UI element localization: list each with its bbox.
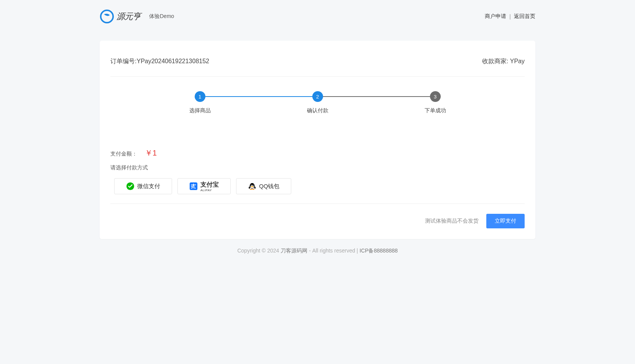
method-label: 请选择付款方式 [110,164,525,171]
alipay-text-group: 支付宝 ALIPAY [200,181,219,192]
alipay-sub: ALIPAY [200,189,212,192]
amount-label: 支付金额： [110,151,137,157]
svg-point-12 [250,189,252,190]
qq-label: QQ钱包 [259,183,279,190]
payment-card: 订单编号:YPay20240619221308152 收款商家: YPay 1 … [100,41,535,239]
step-label-1: 选择商品 [189,107,211,114]
step-line-2 [318,96,435,97]
footer: Copyright © 2024 刀客源码网 - All rights rese… [0,239,635,263]
svg-point-10 [249,187,250,189]
svg-point-11 [254,187,256,189]
step-circle-1: 1 [195,91,205,102]
svg-point-8 [253,185,253,185]
svg-point-13 [253,189,254,190]
merchant-label: 收款商家: [482,58,508,64]
demo-label: 体验Demo [149,13,174,20]
icp-link[interactable]: ICP备88888888 [359,248,398,254]
amount-row: 支付金额： ￥1 [110,148,525,158]
logo[interactable]: 源元亨 [100,9,141,24]
order-info-row: 订单编号:YPay20240619221308152 收款商家: YPay [110,57,525,66]
merchant-apply-link[interactable]: 商户申请 [485,13,506,20]
svg-point-0 [101,10,113,23]
pay-option-qq[interactable]: QQ钱包 [236,178,291,194]
site-name-link[interactable]: 刀客源码网 [281,248,307,254]
progress-steps: 1 选择商品 2 确认付款 3 下单成功 [110,77,525,133]
logo-icon [100,9,114,24]
pay-option-wechat[interactable]: 微信支付 [114,178,172,194]
step-circle-3: 3 [430,91,441,102]
step-1: 1 选择商品 [141,91,259,114]
step-3: 3 下单成功 [376,91,494,114]
payment-methods: 微信支付 支付宝 ALIPAY [110,178,525,194]
copyright-text: Copyright © 2024 [237,248,281,254]
qq-icon [248,182,256,190]
rights-text: - All rights reserved | [307,248,359,254]
amount-value: ￥1 [145,148,157,158]
logo-text: 源元亨 [116,11,141,22]
wechat-icon [126,182,135,190]
alipay-icon [189,182,198,190]
shipping-notice: 测试体验商品不会发货 [425,218,479,225]
header-right: 商户申请 | 返回首页 [485,13,535,20]
merchant-name: YPay [510,58,525,64]
step-line-1 [200,96,318,97]
alipay-label: 支付宝 [200,181,219,189]
step-label-2: 确认付款 [307,107,328,114]
pay-now-button[interactable]: 立即支付 [486,214,525,228]
order-no-label: 订单编号: [110,58,136,64]
actions-row: 测试体验商品不会发货 立即支付 [110,204,525,228]
order-number: 订单编号:YPay20240619221308152 [110,57,209,66]
merchant-info: 收款商家: YPay [482,57,525,66]
svg-point-7 [251,185,251,185]
header-left: 源元亨 体验Demo [100,9,174,24]
step-2: 2 确认付款 [259,91,376,114]
order-no-value: YPay20240619221308152 [136,58,209,64]
wechat-label: 微信支付 [137,183,160,190]
header: 源元亨 体验Demo 商户申请 | 返回首页 [0,0,635,33]
header-separator: | [509,13,511,20]
step-label-3: 下单成功 [425,107,446,114]
step-circle-2: 2 [312,91,323,102]
back-home-link[interactable]: 返回首页 [514,13,535,20]
pay-option-alipay[interactable]: 支付宝 ALIPAY [177,178,231,194]
